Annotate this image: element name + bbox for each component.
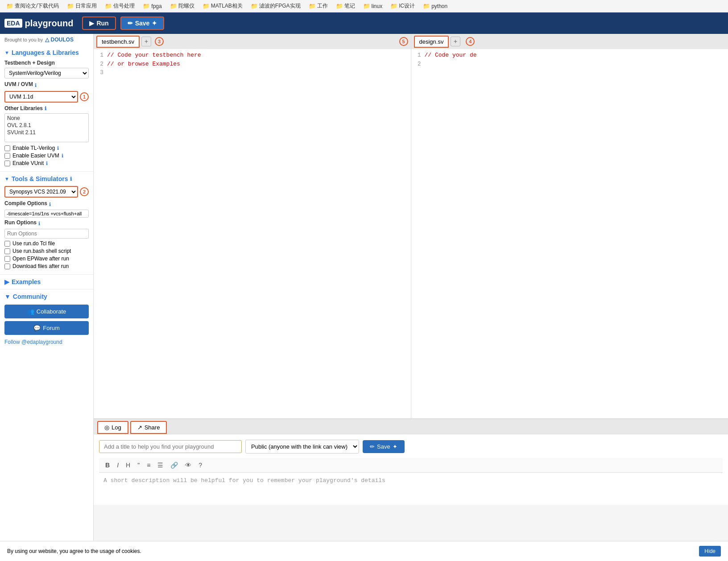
collaborate-icon: 👥 (27, 308, 34, 315)
testbench-add-tab[interactable]: ＋ (141, 37, 151, 46)
preview-button[interactable]: 👁 (183, 461, 193, 470)
design-code-line-1: 1 // Code your de (411, 51, 728, 60)
run-button[interactable]: ▶ Run (82, 16, 116, 30)
bookmark-2[interactable]: 📁 日常应用 (64, 1, 99, 11)
visibility-select[interactable]: Public (anyone with the link can view) P… (245, 440, 359, 454)
run-do-label: Use run.do Tcl file (12, 240, 55, 247)
heading-button[interactable]: H (124, 461, 132, 470)
bookmarks-bar: 📁 查阅论文/下载代码 📁 日常应用 📁 信号处理 📁 fpga 📁 陀螺仪 📁… (0, 0, 728, 12)
design-editor[interactable]: 1 // Code your de 2 (411, 49, 728, 418)
save-share-label: Save (377, 443, 390, 450)
design-code-text-1: // Code your de (425, 51, 477, 60)
link-button[interactable]: 🔗 (169, 461, 180, 470)
italic-button[interactable]: I (115, 461, 120, 470)
collaborate-button[interactable]: 👥 Collaborate (4, 305, 89, 318)
folder-icon-9: 📁 (336, 3, 343, 9)
bookmark-label-4: fpga (151, 3, 161, 9)
design-tab-bar: design.sv ＋ 4 (411, 34, 728, 49)
bottom-tab-bar: ◎ Log ↗ Share (94, 419, 728, 434)
bookmark-8[interactable]: 📁 工作 (306, 1, 331, 11)
share-tab[interactable]: ↗ Share (130, 421, 167, 434)
examples-header[interactable]: ▶ Examples (0, 275, 93, 289)
hide-button[interactable]: Hide (699, 546, 721, 557)
checkbox-run-do-row: Use run.do Tcl file (4, 240, 89, 247)
bookmark-10[interactable]: 📁 linux (360, 2, 385, 10)
help-button[interactable]: ? (197, 461, 204, 470)
annotation-circle-4: 4 (466, 37, 475, 46)
download-label: Download files after run (12, 263, 69, 269)
bookmark-9[interactable]: 📁 笔记 (333, 1, 358, 11)
tools-arrow-icon: ▼ (4, 176, 9, 182)
easier-uvm-info-icon[interactable]: ℹ (62, 153, 63, 159)
checkbox-run-do[interactable] (4, 241, 10, 247)
annotation-circle-5: 5 (399, 37, 408, 46)
bookmark-label-8: 工作 (317, 2, 328, 10)
other-libs-list[interactable]: None OVL 2.8.1 SVUnit 2.11 (4, 113, 89, 142)
bookmark-4[interactable]: 📁 fpga (140, 2, 164, 10)
design-line-num-2: 2 (411, 60, 425, 69)
save-share-button[interactable]: ✏ Save ✦ (363, 440, 405, 453)
epwave-label: Open EPWave after run (12, 256, 69, 262)
tools-info-icon[interactable]: ℹ (70, 176, 72, 182)
checkbox-easier-uvm[interactable] (4, 153, 10, 159)
plus-icon-design: ＋ (452, 37, 459, 45)
folder-icon-4: 📁 (143, 3, 150, 9)
tl-verilog-info-icon[interactable]: ℹ (57, 145, 59, 151)
run-options-info-icon[interactable]: ℹ (38, 221, 40, 227)
uvm-select[interactable]: UVM 1.1d UVM 1.2 (4, 91, 78, 103)
testbench-tab[interactable]: testbench.sv (96, 36, 140, 48)
run-icon: ▶ (89, 20, 94, 27)
code-line-1: 1 // Code your testbench here (94, 51, 411, 60)
bookmark-11[interactable]: 📁 IC设计 (388, 1, 418, 11)
share-area: Public (anyone with the link can view) P… (94, 434, 728, 505)
description-area[interactable]: A short description will be helpful for … (99, 473, 723, 499)
checkbox-download[interactable] (4, 264, 10, 269)
bookmark-7[interactable]: 📁 滤波的FPGA实现 (248, 1, 303, 11)
follow-link[interactable]: Follow @edaplayground (4, 339, 62, 345)
main-area: testbench.sv ＋ 3 5 1 // Code your testbe… (94, 34, 728, 561)
bookmark-label-1: 查阅论文/下载代码 (15, 2, 59, 10)
other-libs-header: Other Libraries ℹ (4, 105, 89, 111)
bookmark-6[interactable]: 📁 MATLAB相关 (200, 1, 245, 11)
design-add-tab[interactable]: ＋ (451, 37, 460, 46)
languages-header[interactable]: ▼ Languages & Libraries (4, 49, 89, 56)
bookmark-12[interactable]: 📁 python (420, 2, 450, 10)
tools-header[interactable]: ▼ Tools & Simulators ℹ (4, 175, 89, 182)
bookmark-label-7: 滤波的FPGA实现 (259, 2, 301, 10)
bookmark-label-5: 陀螺仪 (178, 2, 194, 10)
community-section: ▼ Community 👥 Collaborate 💬 Forum Follow… (0, 289, 93, 349)
community-arrow-icon: ▼ (4, 293, 11, 300)
title-input[interactable] (99, 440, 242, 453)
save-pencil-icon: ✏ (370, 443, 375, 450)
quote-button[interactable]: " (136, 461, 141, 470)
unordered-list-button[interactable]: ≡ (145, 461, 152, 470)
examples-arrow-icon: ▶ (4, 278, 9, 285)
vunit-info-icon[interactable]: ℹ (46, 161, 48, 166)
bookmark-label-11: IC设计 (399, 2, 415, 10)
bookmark-1[interactable]: 📁 查阅论文/下载代码 (4, 1, 62, 11)
lib-svunit: SVUnit 2.11 (6, 129, 87, 136)
checkbox-run-bash[interactable] (4, 248, 10, 254)
testbench-editor[interactable]: 1 // Code your testbench here 2 // or br… (94, 49, 411, 418)
design-tab[interactable]: design.sv (414, 36, 449, 48)
run-options-input[interactable] (4, 229, 89, 239)
bookmark-3[interactable]: 📁 信号处理 (102, 1, 137, 11)
language-select[interactable]: SystemVerilog/Verilog VHDL (4, 68, 89, 78)
compile-info-icon[interactable]: ℹ (49, 202, 51, 207)
ordered-list-button[interactable]: ☰ (156, 461, 165, 470)
compile-options-input[interactable] (4, 210, 89, 218)
bold-button[interactable]: B (103, 461, 112, 470)
log-tab[interactable]: ◎ Log (97, 421, 128, 434)
forum-button[interactable]: 💬 Forum (4, 321, 89, 335)
community-header[interactable]: ▼ Community (4, 293, 89, 300)
compile-options-label: Compile Options (4, 200, 47, 206)
bookmark-5[interactable]: 📁 陀螺仪 (167, 1, 197, 11)
checkbox-tl-verilog[interactable] (4, 145, 10, 151)
save-button[interactable]: ✏ Save ✦ (120, 16, 165, 30)
tools-select[interactable]: Synopsys VCS 2021.09 (4, 186, 78, 198)
checkbox-epwave[interactable] (4, 256, 10, 262)
other-libs-info-icon[interactable]: ℹ (45, 106, 46, 111)
uvm-info-icon[interactable]: ℹ (35, 82, 37, 88)
checkbox-vunit[interactable] (4, 161, 10, 166)
editors-row: testbench.sv ＋ 3 5 1 // Code your testbe… (94, 34, 728, 418)
